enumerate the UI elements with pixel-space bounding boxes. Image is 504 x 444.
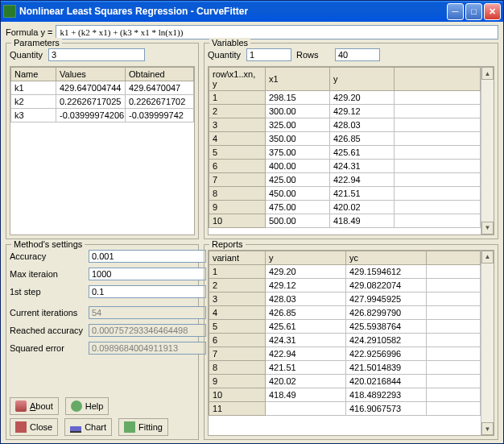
rep-header-variant[interactable]: variant [209,251,266,264]
maximize-button[interactable]: □ [465,3,482,20]
var-header-y[interactable]: y [330,68,395,91]
maxiter-input[interactable] [89,268,206,280]
variables-panel: Variables Quantity Rows row\x1..xn, y x1 [204,43,498,239]
about-icon [15,400,27,412]
scroll-up-icon[interactable]: ▲ [481,251,494,263]
step-label: 1st step [10,287,84,297]
about-button[interactable]: About [10,397,59,415]
scroll-up-icon[interactable]: ▲ [481,67,494,80]
parameters-title: Parameters [11,38,62,48]
var-qty-input[interactable] [246,48,291,61]
var-header-x1[interactable]: x1 [266,68,330,91]
param-qty-label: Quantity [10,50,43,60]
step-input[interactable] [89,285,206,298]
curiter-label: Current iterations [10,308,84,317]
accuracy-input[interactable] [89,250,206,263]
minimize-button[interactable]: ─ [447,3,464,20]
methods-title: Method's settings [11,239,85,249]
curiter-output [89,306,206,319]
methods-panel: Method's settings Accuracy Max iteraion … [6,244,199,441]
chart-button[interactable]: Chart [64,418,112,436]
help-button[interactable]: Help [65,397,109,415]
param-header-name[interactable]: Name [11,68,56,81]
var-header-blank [395,68,481,91]
scroll-down-icon[interactable]: ▼ [481,422,494,435]
maxiter-label: Max iteraion [10,269,84,279]
param-header-obtained[interactable]: Obtained [126,68,194,81]
param-qty-input[interactable] [48,48,145,61]
close-button[interactable]: Close [10,418,58,436]
variables-title: Variables [209,38,250,48]
variables-scrollbar[interactable]: ▲ ▼ [481,67,494,234]
reports-table-wrap: variant y yc 1429.20429.1594612 2429.124… [208,250,494,437]
app-icon [3,5,16,18]
scroll-down-icon[interactable]: ▼ [481,222,494,234]
fitting-button[interactable]: Fitting [118,418,168,436]
var-header-row[interactable]: row\x1..xn, y [209,68,266,91]
reports-table[interactable]: variant y yc 1429.20429.1594612 2429.124… [209,251,481,416]
sqerr-label: Squared error [10,343,84,353]
reports-panel: Reports variant y yc 1429.20429.1594612 [204,244,498,441]
app-window: Nonlinear Least Squares Regression - Cur… [0,0,504,444]
rep-header-blank [427,251,481,264]
close-window-button[interactable]: ✕ [484,3,501,20]
rep-header-yc[interactable]: yc [346,251,427,264]
reached-output [89,324,206,337]
rep-header-y[interactable]: y [266,251,346,264]
var-rows-input[interactable] [335,48,380,61]
variables-table-wrap: row\x1..xn, y x1 y 1298.15429.20 2300.00… [208,66,494,235]
parameters-table-wrap: Name Values Obtained k1429.647004744429.… [10,66,195,235]
parameters-panel: Parameters Quantity Name Values Obtained [6,43,199,239]
formula-label: Formula y = [6,27,52,37]
reached-label: Reached accuracy [10,326,84,335]
window-title: Nonlinear Least Squares Regression - Cur… [19,6,447,17]
reports-title: Reports [209,239,246,249]
formula-input[interactable] [56,25,498,39]
fitting-icon [124,421,135,433]
param-header-values[interactable]: Values [56,68,126,81]
reports-scrollbar[interactable]: ▲ ▼ [481,251,494,436]
sqerr-output [89,342,206,355]
help-icon [71,400,82,412]
var-rows-label: Rows [296,50,330,60]
chart-icon [70,421,81,433]
accuracy-label: Accuracy [10,251,84,261]
close-icon [15,421,27,433]
var-qty-label: Quantity [208,50,242,60]
titlebar[interactable]: Nonlinear Least Squares Regression - Cur… [1,1,503,22]
variables-table[interactable]: row\x1..xn, y x1 y 1298.15429.20 2300.00… [209,67,481,228]
parameters-table[interactable]: Name Values Obtained k1429.647004744429.… [10,67,194,122]
